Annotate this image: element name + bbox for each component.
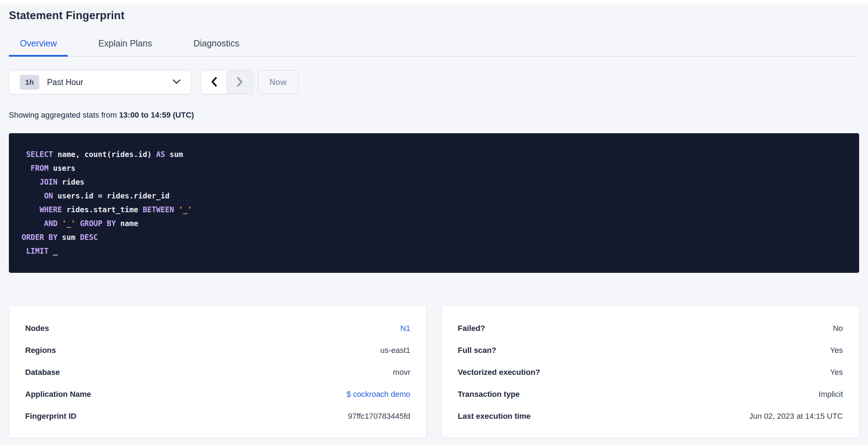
sql-line: SELECT name, count(rides.id) AS sum xyxy=(22,148,846,162)
detail-label: Fingerprint ID xyxy=(25,411,76,421)
detail-value-link[interactable]: $ cockroach demo xyxy=(346,389,410,399)
chevron-down-icon xyxy=(172,79,181,86)
tab-explain-plans[interactable]: Explain Plans xyxy=(87,38,163,57)
detail-row-application-name: Application Name$ cockroach demo xyxy=(25,389,410,399)
interval-nav-group xyxy=(201,70,253,94)
tab-bar: OverviewExplain PlansDiagnostics xyxy=(9,38,859,57)
detail-label: Database xyxy=(25,367,60,377)
aggregation-summary-range: 13:00 to 14:59 (UTC) xyxy=(119,111,194,119)
detail-value: Jun 02, 2023 at 14:15 UTC xyxy=(749,411,843,421)
time-range-select[interactable]: 1h Past Hour xyxy=(9,70,191,94)
time-range-badge: 1h xyxy=(20,75,39,90)
detail-value: Yes xyxy=(830,367,843,377)
next-interval-button[interactable] xyxy=(227,71,252,94)
detail-value: movr xyxy=(393,367,410,377)
detail-row-nodes: NodesN1 xyxy=(25,323,410,333)
detail-label: Transaction type xyxy=(458,389,520,399)
detail-label: Last execution time xyxy=(458,411,530,421)
detail-value: Yes xyxy=(830,345,843,355)
time-range-label: Past Hour xyxy=(47,78,172,87)
prev-interval-button[interactable] xyxy=(201,71,227,94)
detail-row-database: Databasemovr xyxy=(25,367,410,377)
detail-row-failed: Failed?No xyxy=(458,323,843,333)
chevron-left-icon xyxy=(210,77,218,88)
tab-diagnostics[interactable]: Diagnostics xyxy=(183,38,250,57)
tab-overview[interactable]: Overview xyxy=(9,38,68,57)
aggregation-summary-prefix: Showing aggregated stats from xyxy=(9,111,119,119)
detail-label: Nodes xyxy=(25,323,49,333)
sql-line: JOIN rides xyxy=(22,175,846,189)
sql-line: FROM users xyxy=(22,162,846,175)
detail-cards: NodesN1Regionsus-east1DatabasemovrApplic… xyxy=(9,305,859,438)
detail-row-vectorized-execution: Vectorized execution?Yes xyxy=(458,367,843,377)
detail-value-link[interactable]: N1 xyxy=(400,323,410,333)
chevron-right-icon xyxy=(236,77,244,88)
aggregation-summary: Showing aggregated stats from 13:00 to 1… xyxy=(9,111,859,120)
detail-label: Failed? xyxy=(458,323,485,333)
sql-line: LIMIT _ xyxy=(22,244,846,258)
sql-line: ORDER BY sum DESC xyxy=(22,231,846,244)
detail-label: Application Name xyxy=(25,389,91,399)
detail-value: Implicit xyxy=(819,389,843,399)
sql-statement-box: SELECT name, count(rides.id) AS sum FROM… xyxy=(9,133,859,273)
detail-label: Regions xyxy=(25,345,56,355)
detail-value: 97ffc170783445fd xyxy=(348,411,410,421)
detail-label: Vectorized execution? xyxy=(458,367,540,377)
statement-details-card-left: NodesN1Regionsus-east1DatabasemovrApplic… xyxy=(9,305,427,438)
detail-row-last-execution-time: Last execution timeJun 02, 2023 at 14:15… xyxy=(458,411,843,421)
time-toolbar: 1h Past Hour Now xyxy=(9,70,859,94)
detail-value: us-east1 xyxy=(380,345,410,355)
detail-row-fingerprint-id: Fingerprint ID97ffc170783445fd xyxy=(25,411,410,421)
sql-line: WHERE rides.start_time BETWEEN '_' xyxy=(22,203,846,217)
detail-row-transaction-type: Transaction typeImplicit xyxy=(458,389,843,399)
detail-value: No xyxy=(833,323,843,333)
detail-label: Full scan? xyxy=(458,345,496,355)
sql-line: AND '_' GROUP BY name xyxy=(22,217,846,231)
top-edge xyxy=(0,0,868,4)
statement-fingerprint-page: Statement Fingerprint OverviewExplain Pl… xyxy=(0,9,868,438)
sql-line: ON users.id = rides.rider_id xyxy=(22,189,846,203)
statement-details-card-right: Failed?NoFull scan?YesVectorized executi… xyxy=(441,305,859,438)
detail-row-full-scan: Full scan?Yes xyxy=(458,345,843,355)
page-title: Statement Fingerprint xyxy=(9,9,859,22)
detail-row-regions: Regionsus-east1 xyxy=(25,345,410,355)
now-button[interactable]: Now xyxy=(258,70,299,94)
